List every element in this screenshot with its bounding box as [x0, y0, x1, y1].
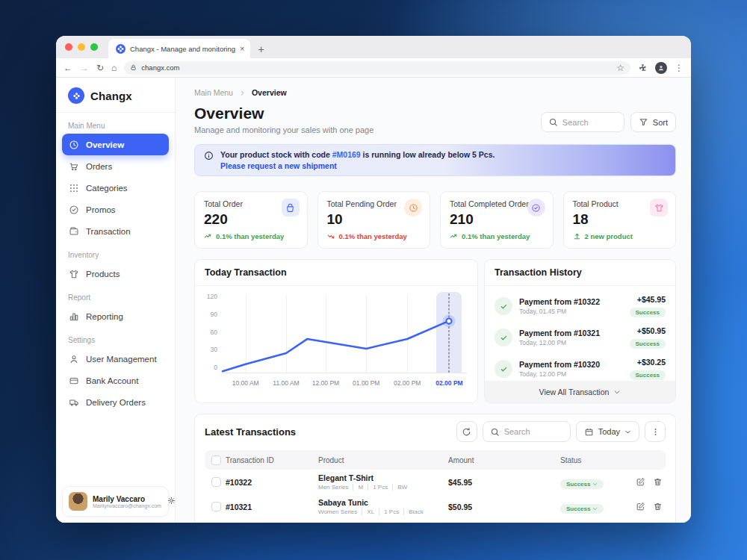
sidebar-item-label: Categories [86, 184, 128, 193]
row-checkbox[interactable] [211, 502, 221, 511]
changx-app: Changx Main Menu Overview Orders Categor… [56, 78, 691, 523]
user-profile-card[interactable]: Marily Vaccaro Marilynvaccaro@changx.com [62, 486, 169, 517]
sidebar-item-reporting[interactable]: Reporting [56, 305, 175, 327]
row-checkbox[interactable] [211, 477, 221, 487]
trend-up-icon [450, 232, 458, 240]
forward-icon[interactable]: → [80, 63, 89, 72]
browser-tab[interactable]: Changx - Manage and monitoring × [108, 39, 250, 58]
latest-transactions-panel: Latest Transactions Today [194, 414, 676, 523]
grid-dots-icon [69, 183, 79, 193]
tab-title: Changx - Manage and monitoring [130, 45, 235, 53]
profile-name: Marily Vaccaro [93, 495, 161, 503]
breadcrumb-root[interactable]: Main Menu [194, 88, 233, 97]
check-circle-icon [69, 205, 79, 215]
search-input[interactable] [562, 118, 615, 127]
chart-y-labels: 1209060300 [202, 293, 217, 371]
column-product: Product [318, 456, 448, 464]
history-item[interactable]: Payment from #10321Today, 12.00 PM +$50.… [495, 322, 666, 353]
history-item-amount: +$30.25 [630, 358, 666, 367]
chart-highlight-marker[interactable] [446, 317, 453, 324]
url-text: changx.com [141, 63, 179, 72]
status-dropdown[interactable]: Success [560, 504, 604, 514]
bookmark-star-icon[interactable]: ☆ [616, 63, 624, 72]
sidebar-item-delivery-orders[interactable]: Delivery Orders [56, 391, 175, 413]
sidebar-item-user-management[interactable]: User Management [56, 348, 175, 370]
clock-icon [404, 199, 422, 217]
product-code: #M0169 [332, 150, 361, 159]
history-item[interactable]: Payment from #10320Today, 12.00 PM +$30.… [495, 353, 666, 385]
wallet-icon [69, 226, 79, 237]
charts-row: Today Transaction 1209060300 10.00 AM11.… [194, 259, 676, 403]
status-badge: Success [630, 308, 666, 317]
stat-card-total-order: Total Order 220 0.1% than yesterday [194, 191, 308, 249]
chevron-right-icon [239, 90, 246, 96]
sidebar-item-products[interactable]: Products [56, 263, 175, 284]
success-check-icon [495, 360, 512, 378]
tab-close-icon[interactable]: × [240, 44, 244, 53]
back-icon[interactable]: ← [63, 63, 72, 72]
table-search-input[interactable] [504, 427, 557, 436]
home-icon[interactable]: ⌂ [111, 63, 117, 72]
sidebar-item-overview[interactable]: Overview [62, 134, 169, 155]
changx-favicon [116, 44, 125, 54]
new-tab-button[interactable]: + [258, 43, 264, 55]
transactions-table: Transaction ID Product Amount Status #10… [205, 450, 666, 519]
today-transaction-panel: Today Transaction 1209060300 10.00 AM11.… [194, 259, 478, 403]
sidebar-item-orders[interactable]: Orders [56, 155, 175, 177]
table-search[interactable] [483, 421, 571, 442]
sidebar-item-bank-account[interactable]: Bank Account [56, 370, 175, 391]
chart-title: Today Transaction [195, 260, 477, 286]
section-label-report: Report [68, 293, 163, 302]
trash-icon[interactable] [653, 477, 663, 487]
edit-icon[interactable] [636, 477, 645, 487]
person-icon [657, 64, 665, 72]
sidebar-item-transaction[interactable]: Transaction [56, 220, 175, 242]
extensions-puzzle-icon[interactable] [638, 63, 648, 72]
refresh-button[interactable] [456, 421, 477, 442]
browser-menu-kebab-icon[interactable]: ⋮ [675, 63, 684, 72]
header-search[interactable] [541, 112, 624, 132]
clock-icon [69, 140, 79, 150]
logo[interactable]: Changx [56, 78, 175, 113]
table-row[interactable]: #10322 Elegant T-Shirt Men SeriesM1 PcsB… [205, 470, 666, 494]
sort-button[interactable]: Sort [630, 112, 676, 132]
sidebar-item-label: Products [86, 270, 120, 279]
minimize-window-button[interactable] [78, 43, 85, 51]
zoom-window-button[interactable] [90, 43, 98, 51]
x-tick-label: 02.00 PM [394, 379, 421, 387]
main-content: Main Menu Overview Overview Manage and m… [176, 78, 691, 523]
changx-logo-icon [68, 87, 84, 104]
edit-icon[interactable] [636, 502, 645, 511]
status-dropdown[interactable]: Success [560, 479, 604, 489]
history-item-time: Today, 12.00 PM [519, 370, 600, 378]
address-bar[interactable]: changx.com ☆ [124, 61, 630, 75]
transaction-history-panel: Transaction History Payment from #10322T… [484, 259, 676, 403]
reload-icon[interactable]: ↻ [96, 63, 104, 72]
sidebar: Changx Main Menu Overview Orders Categor… [56, 78, 176, 523]
settings-gear-icon[interactable] [167, 495, 176, 508]
sidebar-item-label: Orders [86, 162, 112, 171]
table-menu-kebab-button[interactable] [645, 421, 666, 442]
table-row[interactable]: #10321 Sabaya Tunic Women SeriesXL1 PcsB… [205, 494, 666, 519]
chevron-down-icon [624, 429, 631, 435]
browser-window: Changx - Manage and monitoring × + ← → ↻… [56, 36, 691, 523]
trash-icon[interactable] [653, 502, 663, 511]
history-item-title: Payment from #10322 [519, 297, 600, 306]
close-window-button[interactable] [65, 43, 72, 51]
select-all-checkbox[interactable] [211, 455, 221, 465]
request-shipment-link[interactable]: Please request a new shipment [220, 161, 495, 170]
bar-chart-icon [69, 311, 79, 322]
cell-amount: $50.95 [448, 503, 560, 511]
x-tick-label: 10.00 AM [232, 379, 259, 387]
stat-delta: 0.1% than yesterday [450, 232, 544, 240]
x-tick-label: 11.00 AM [273, 379, 299, 387]
period-dropdown[interactable]: Today [576, 421, 639, 442]
logo-text: Changx [90, 90, 132, 102]
sidebar-item-promos[interactable]: Promos [56, 199, 175, 220]
sidebar-item-categories[interactable]: Categories [56, 177, 175, 199]
chevron-down-icon [592, 482, 598, 487]
view-all-transaction-button[interactable]: View All Transaction [485, 381, 675, 402]
chart-x-labels: 10.00 AM11.00 AM12.00 PM01.00 PM02.00 PM… [223, 379, 467, 391]
history-item[interactable]: Payment from #10322Today, 01.45 PM +$45.… [495, 290, 666, 322]
browser-profile-avatar[interactable] [655, 62, 667, 74]
